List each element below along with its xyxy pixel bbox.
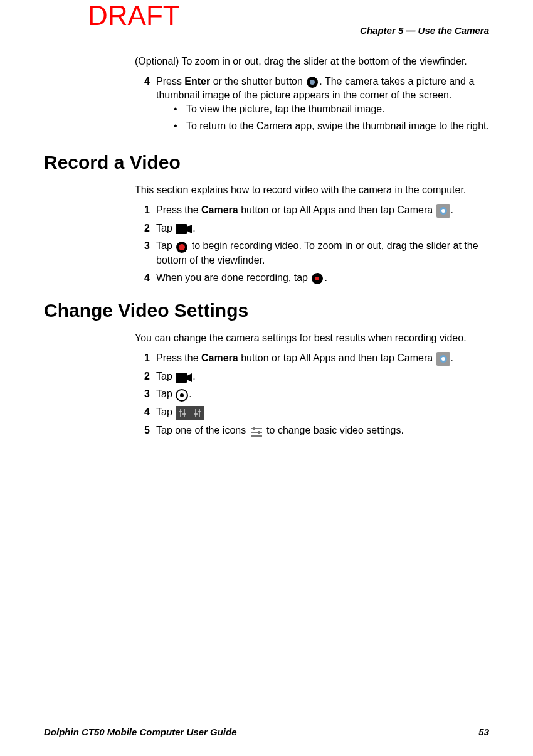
- step-text: Press Enter or the shutter button . The …: [156, 75, 489, 137]
- record-intro: This section explains how to record vide…: [135, 183, 489, 197]
- text-frag: Tap: [156, 388, 175, 399]
- svg-rect-31: [258, 431, 260, 434]
- change-step-3: 3 Tap .: [135, 387, 489, 402]
- heading-record-video: Record a Video: [44, 152, 489, 173]
- video-mode-icon: [176, 222, 192, 236]
- step-number: 2: [135, 370, 150, 383]
- step-number: 4: [135, 271, 150, 285]
- step-4: 4 Press Enter or the shutter button . Th…: [135, 75, 489, 137]
- svg-rect-14: [176, 373, 187, 383]
- step-text: Tap: [156, 405, 489, 420]
- svg-marker-6: [187, 225, 192, 233]
- text-frag: .: [324, 272, 327, 283]
- step-text: When you are done recording, tap .: [156, 271, 489, 285]
- svg-marker-15: [187, 373, 192, 382]
- svg-rect-18: [176, 406, 204, 420]
- bullet-item: • To view the picture, tap the thumbnail…: [174, 102, 489, 116]
- svg-point-8: [179, 244, 185, 250]
- text-frag: Press the: [156, 353, 201, 363]
- shutter-icon: [306, 75, 319, 88]
- bullet-item: • To return to the Camera app, swipe the…: [174, 119, 489, 133]
- step-number: 1: [135, 203, 150, 217]
- text-frag: Tap: [156, 371, 175, 381]
- text-frag: to change basic video settings.: [266, 425, 404, 435]
- step-number: 4: [135, 75, 150, 88]
- change-step-1: 1 Press the Camera button or tap All App…: [135, 351, 489, 366]
- text-frag: .: [193, 223, 195, 233]
- footer-title: Dolphin CT50 Mobile Computer User Guide: [44, 727, 237, 737]
- svg-point-4: [441, 209, 445, 213]
- text-frag: Tap: [156, 223, 175, 233]
- text-frag: .: [189, 388, 191, 399]
- settings-circle-icon: [176, 388, 188, 402]
- heading-change-video-settings: Change Video Settings: [44, 300, 489, 321]
- stop-record-icon: [311, 271, 324, 285]
- step-number: 1: [135, 351, 150, 365]
- text-frag: to begin recording video. To zoom in or …: [156, 240, 478, 265]
- record-button-icon: [176, 240, 188, 253]
- sliders-icon: [250, 424, 263, 438]
- step-text: Tap .: [156, 221, 489, 236]
- camera-app-icon: [436, 203, 450, 218]
- step-text: Tap .: [156, 387, 489, 402]
- step-number: 3: [135, 239, 150, 253]
- change-intro: You can change the camera settings for b…: [135, 331, 489, 345]
- text-bold: Camera: [201, 205, 238, 215]
- step-text: Press the Camera button or tap All Apps …: [156, 203, 489, 218]
- record-step-1: 1 Press the Camera button or tap All App…: [135, 203, 489, 218]
- svg-rect-10: [315, 277, 319, 280]
- step-number: 5: [135, 423, 150, 437]
- change-step-2: 2 Tap .: [135, 370, 489, 384]
- page-number: 53: [478, 727, 489, 737]
- record-step-3: 3 Tap to begin recording video. To zoom …: [135, 239, 489, 267]
- bullet-text: To return to the Camera app, swipe the t…: [186, 119, 489, 133]
- bullet-dot: •: [174, 102, 186, 116]
- change-step-4: 4 Tap: [135, 405, 489, 420]
- bullet-text: To view the picture, tap the thumbnail i…: [186, 102, 489, 116]
- svg-rect-30: [253, 427, 255, 430]
- step-number: 2: [135, 221, 150, 235]
- text-frag: button or tap All Apps and then tap Came…: [238, 353, 436, 363]
- text-frag: or the shutter button: [210, 76, 305, 87]
- text-frag: Tap: [156, 240, 175, 251]
- text-frag: Tap one of the icons: [156, 425, 249, 435]
- bullet-dot: •: [174, 119, 186, 133]
- sliders-panel-icon: [176, 406, 204, 420]
- step-text: Tap one of the icons: [156, 423, 489, 438]
- text-frag: .: [193, 371, 195, 381]
- step-text: Tap to begin recording video. To zoom in…: [156, 239, 489, 267]
- svg-rect-5: [176, 224, 187, 234]
- record-step-2: 2 Tap .: [135, 221, 489, 236]
- step-number: 4: [135, 405, 150, 419]
- text-frag: Press the: [156, 205, 201, 215]
- step-text: Tap .: [156, 370, 489, 384]
- optional-zoom-para: (Optional) To zoom in or out, drag the s…: [135, 55, 489, 68]
- text-frag: .: [451, 353, 453, 363]
- text-frag: When you are done recording, tap: [156, 272, 310, 283]
- text-frag: Press: [156, 76, 184, 87]
- change-step-5: 5 Tap one of the icons: [135, 423, 489, 438]
- svg-rect-32: [252, 435, 254, 437]
- text-frag: .: [451, 205, 453, 215]
- camera-app-icon: [436, 351, 450, 366]
- svg-point-13: [441, 357, 445, 361]
- text-bold: Camera: [201, 353, 238, 363]
- step-text: Press the Camera button or tap All Apps …: [156, 351, 489, 366]
- video-mode-icon: [176, 370, 192, 384]
- record-step-4: 4 When you are done recording, tap .: [135, 271, 489, 285]
- text-frag: button or tap All Apps and then tap Came…: [238, 205, 436, 215]
- svg-point-1: [310, 80, 315, 85]
- step-number: 3: [135, 387, 150, 401]
- svg-point-17: [180, 393, 184, 397]
- text-bold: Enter: [184, 76, 210, 87]
- text-frag: Tap: [156, 407, 175, 417]
- draft-watermark: DRAFT: [88, 0, 180, 31]
